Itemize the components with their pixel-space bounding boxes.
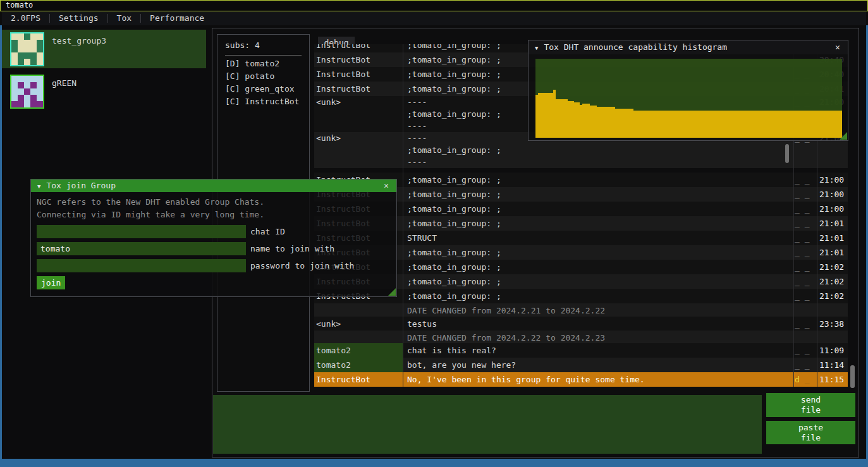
delivery-flags-cell: _ _ <box>793 358 817 372</box>
sender-name-cell: <unk> <box>314 132 403 168</box>
message-cell: chat is this real? <box>403 343 793 358</box>
timestamp-cell: 11:15 <box>817 372 848 387</box>
message-cell: bot, are you new here? <box>403 358 793 372</box>
send-file-button[interactable]: send file <box>766 393 855 417</box>
delivery-flags-cell: _ _ <box>793 343 817 358</box>
delivery-flags-cell: _ _ <box>793 274 817 289</box>
delivery-flags-cell: _ _ <box>793 202 817 216</box>
group-avatar <box>10 32 44 66</box>
join-name-label: name to join with <box>250 242 334 255</box>
window-titlebar[interactable]: tomato <box>0 0 868 11</box>
message-cell: ;tomato_in_group: ; <box>403 260 793 274</box>
timestamp-cell: 11:14 <box>817 358 848 372</box>
join-window-body: NGC refers to the New DHT enabled Group … <box>31 192 396 289</box>
group-item[interactable]: gREEN <box>2 72 206 111</box>
chat-id-input[interactable] <box>37 225 246 238</box>
menu-item-performance[interactable]: Performance <box>141 11 213 25</box>
sender-name-cell: InstructBot <box>314 67 403 82</box>
delivery-flags-cell <box>793 331 817 343</box>
message-cell: ;tomato_in_group: ; <box>403 202 793 216</box>
menu-item-20fps[interactable]: 2.0FPS <box>2 11 49 25</box>
menu-item-settings[interactable]: Settings <box>50 11 107 25</box>
histogram-window-titlebar[interactable]: ▼Tox DHT announce capability histogram ✕ <box>529 40 848 54</box>
member-item[interactable]: [D] tomato2 <box>217 58 309 70</box>
inner-scrollbar-thumb[interactable] <box>785 144 789 163</box>
delivery-flags-cell: _ _ <box>793 216 817 231</box>
message-cell: ;tomato_in_group: ; <box>403 245 793 260</box>
delivery-flags-cell: d _ <box>793 372 817 387</box>
join-name-input[interactable]: tomato <box>37 242 246 255</box>
message-cell: ;tomato_in_group: ; <box>403 274 793 289</box>
group-list: test_group3gREEN <box>2 30 206 114</box>
join-button[interactable]: join <box>37 276 65 289</box>
sender-name-cell: <unk> <box>314 96 403 132</box>
sender-name-cell: InstructBot <box>314 372 403 387</box>
frame-edge-left <box>0 25 2 459</box>
subs-separator <box>225 55 302 56</box>
message-cell: ;tomato_in_group: ; <box>403 187 793 202</box>
delivery-flags-cell: _ _ <box>793 187 817 202</box>
collapse-arrow-icon[interactable]: ▼ <box>37 183 40 190</box>
resize-grip[interactable] <box>840 132 847 140</box>
paste-file-button[interactable]: paste file <box>766 421 855 444</box>
message-cell: No, I've been in this group for quite so… <box>403 372 793 387</box>
timestamp-cell: 21:00 <box>817 202 848 216</box>
date-row[interactable]: DATE CHANGED from 2024.2.21 to 2024.2.22 <box>314 303 848 317</box>
message-input[interactable] <box>213 395 762 454</box>
subs-header: subs: 4 <box>225 40 302 51</box>
join-password-label: password to join with <box>250 259 354 272</box>
message-cell: DATE CHANGED from 2024.2.22 to 2024.2.23 <box>403 331 793 343</box>
timestamp-cell: 21:00 <box>817 173 848 187</box>
menu-item-tox[interactable]: Tox <box>108 11 140 25</box>
member-list: [D] tomato2[C] potato[C] green_qtox[C] I… <box>217 58 309 108</box>
message-cell: ;tomato_in_group: ; <box>403 289 793 303</box>
delivery-flags-cell: _ _ <box>793 289 817 303</box>
timestamp-cell: 21:02 <box>817 289 848 303</box>
group-name: test_group3 <box>52 36 106 45</box>
join-window-title: Tox join Group <box>46 181 116 190</box>
histogram-plot-svg <box>535 59 842 138</box>
message-row[interactable]: tomato2bot, are you new here?_ _11:14 <box>314 358 848 372</box>
delivery-flags-cell: _ _ <box>793 317 817 331</box>
chat-scrollbar-thumb[interactable] <box>850 365 855 388</box>
group-item[interactable]: test_group3 <box>2 30 206 68</box>
sender-name-cell <box>314 331 403 343</box>
sender-name-cell: <unk> <box>314 317 403 331</box>
close-icon[interactable]: ✕ <box>381 179 391 192</box>
delivery-flags-cell: _ _ <box>793 260 817 274</box>
menu-bar: 2.0FPSSettingsToxPerformance <box>2 11 866 25</box>
sender-name-cell: InstructBot <box>314 52 403 67</box>
sender-name-cell: tomato2 <box>314 358 403 372</box>
join-description-line2: Connecting via ID might take a very long… <box>37 209 391 221</box>
window-title: tomato <box>6 1 33 9</box>
group-avatar <box>10 75 44 109</box>
join-window-titlebar[interactable]: ▼Tox join Group ✕ <box>31 179 396 192</box>
timestamp-cell: 21:00 <box>817 187 848 202</box>
timestamp-cell: 21:02 <box>817 260 848 274</box>
frame-edge-bottom <box>0 459 868 467</box>
message-cell: ;tomato_in_group: ; <box>403 216 793 231</box>
date-row[interactable]: DATE CHANGED from 2024.2.22 to 2024.2.23 <box>314 331 848 343</box>
collapse-arrow-icon[interactable]: ▼ <box>535 45 538 51</box>
member-item[interactable]: [C] potato <box>217 70 309 83</box>
histogram-window[interactable]: ▼Tox DHT announce capability histogram ✕ <box>528 40 848 141</box>
member-item[interactable]: [C] green_qtox <box>217 83 309 95</box>
timestamp-cell <box>817 331 848 343</box>
member-item[interactable]: [C] InstructBot <box>217 95 309 108</box>
group-name: gREEN <box>52 78 76 88</box>
timestamp-cell: 21:02 <box>817 274 848 289</box>
message-row[interactable]: <unk>testus_ _23:38 <box>314 317 848 331</box>
join-password-input[interactable] <box>37 259 246 272</box>
message-row[interactable]: InstructBotNo, I've been in this group f… <box>314 372 848 387</box>
join-description-line1: NGC refers to the New DHT enabled Group … <box>37 196 391 209</box>
histogram-plot <box>535 59 842 138</box>
resize-grip[interactable] <box>388 288 396 296</box>
join-group-window[interactable]: ▼Tox join Group ✕ NGC refers to the New … <box>30 179 397 297</box>
message-cell: ;tomato_in_group: ; <box>403 173 793 187</box>
chat-id-label: chat ID <box>250 225 285 238</box>
timestamp-cell <box>817 303 848 317</box>
message-row[interactable]: tomato2chat is this real?_ _11:09 <box>314 343 848 358</box>
message-cell: STRUCT <box>403 231 793 245</box>
sender-name-cell: tomato2 <box>314 343 403 358</box>
close-icon[interactable]: ✕ <box>833 40 843 54</box>
